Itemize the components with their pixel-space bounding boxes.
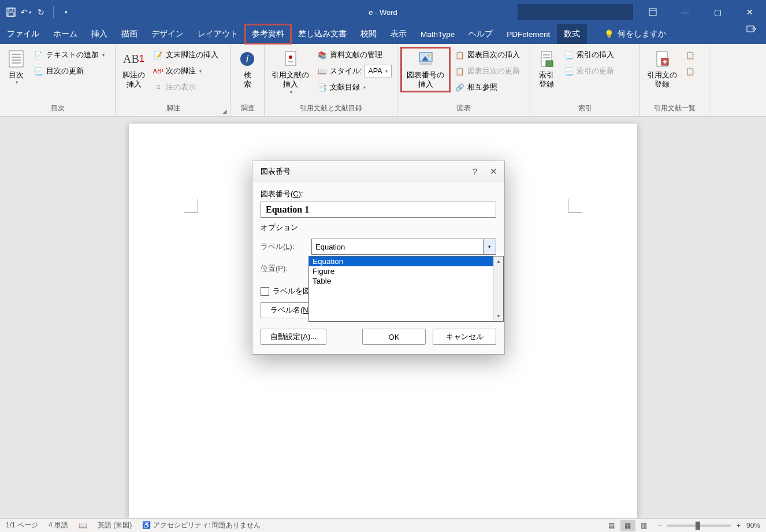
help-icon[interactable]: ? [473, 166, 477, 177]
tab-help[interactable]: ヘルプ [462, 24, 500, 44]
authorities-label: 引用文の 登録 [647, 70, 677, 90]
tab-review[interactable]: 校閲 [354, 24, 384, 44]
margin-mark [568, 199, 582, 213]
scrollbar[interactable]: ▲ ▼ [493, 256, 503, 321]
mark-index-button[interactable]: 索引 登録 [534, 47, 559, 92]
qat-customize-icon[interactable]: ▾ [61, 7, 71, 17]
zoom-thumb[interactable] [696, 522, 700, 530]
close-icon[interactable]: ✕ [490, 166, 497, 177]
spellcheck-icon[interactable]: 📖 [79, 522, 87, 530]
tell-me[interactable]: 💡 何をしますか [604, 24, 666, 44]
zoom-slider[interactable] [667, 524, 731, 527]
tab-draw[interactable]: 描画 [114, 24, 144, 44]
label-combo[interactable]: Equation ▾ [311, 239, 496, 255]
language[interactable]: 英語 (米国) [98, 520, 132, 530]
zoom-level[interactable]: 90% [746, 522, 760, 530]
update-toc-button[interactable]: 📃目次の更新 [31, 64, 107, 79]
group-citation-label: 引用文献と文献目録 [268, 103, 393, 116]
tab-file[interactable]: ファイル [0, 24, 46, 44]
exclude-label-checkbox[interactable] [261, 287, 269, 296]
update-tof-icon: 📋 [455, 66, 465, 76]
share-icon[interactable] [746, 24, 757, 35]
ribbon-display-icon[interactable] [637, 0, 669, 24]
info-icon: i [238, 50, 256, 68]
insert-endnote-button[interactable]: 📝文末脚注の挿入 [151, 47, 221, 62]
mark-citation-button[interactable]: 引用文の 登録 [644, 47, 681, 92]
style-select[interactable]: APA ▾ [364, 65, 392, 77]
tab-mailmerge[interactable]: 差し込み文書 [291, 24, 354, 44]
maximize-icon[interactable]: ▢ [701, 0, 734, 24]
group-authorities-label: 引用文献一覧 [644, 103, 705, 116]
citation-label: 引用文献の 挿入 [272, 70, 309, 90]
bibliography-button[interactable]: 📑文献目録▾ [315, 80, 394, 95]
read-mode-icon[interactable]: ▤ [604, 520, 619, 531]
auto-caption-button[interactable]: 自動設定(A)... [261, 329, 326, 345]
dropdown-item[interactable]: Table [309, 276, 503, 286]
group-caption: 図表番号の 挿入 📋図表目次の挿入 📋図表目次の更新 🔗相互参照 図表 [397, 44, 530, 116]
insert-tof-button[interactable]: 📋図表目次の挿入 [452, 47, 522, 62]
zoom-in-icon[interactable]: + [737, 522, 741, 530]
show-notes-icon: ≡ [153, 82, 163, 92]
dropdown-item[interactable]: Equation [309, 256, 503, 266]
print-layout-icon[interactable]: ▦ [620, 520, 635, 531]
page-number[interactable]: 1/1 ページ [6, 520, 38, 530]
style-row: 📖スタイル: APA ▾ [315, 64, 394, 79]
close-icon[interactable]: ✕ [734, 0, 766, 24]
tab-view[interactable]: 表示 [384, 24, 414, 44]
tab-references[interactable]: 参考資料 [245, 24, 291, 44]
update-toa-icon: 📋 [685, 66, 696, 76]
chevron-down-icon[interactable]: ▾ [483, 239, 496, 254]
dialog-title: 図表番号 [261, 166, 291, 177]
tab-pdfelement[interactable]: PDFelement [500, 24, 557, 44]
group-caption-label: 図表 [401, 103, 526, 116]
undo-icon[interactable]: ↶▾ [21, 7, 31, 17]
tab-home[interactable]: ホーム [46, 24, 84, 44]
insert-caption-button[interactable]: 図表番号の 挿入 [401, 47, 450, 92]
tab-mathtype[interactable]: MathType [414, 24, 462, 44]
crossref-button[interactable]: 🔗相互参照 [452, 80, 522, 95]
svg-point-18 [427, 54, 430, 57]
scroll-up-icon[interactable]: ▲ [494, 256, 503, 266]
cancel-button[interactable]: キャンセル [433, 329, 496, 345]
dropdown-item[interactable]: Figure [309, 266, 503, 276]
tab-design[interactable]: デザイン [144, 24, 191, 44]
manage-sources-button[interactable]: 📚資料文献の管理 [315, 47, 394, 62]
insert-citation-button[interactable]: 引用文献の 挿入▾ [268, 47, 313, 98]
next-footnote-icon: AB¹ [153, 66, 163, 76]
save-icon[interactable] [6, 7, 16, 17]
ok-button[interactable]: OK [362, 329, 426, 345]
scroll-down-icon[interactable]: ▼ [494, 311, 503, 321]
authorities-icon [653, 50, 671, 68]
insert-footnote-button[interactable]: AB1 脚注の 挿入 [119, 47, 148, 92]
tab-layout[interactable]: レイアウト [191, 24, 245, 44]
accessibility[interactable]: ♿ アクセシビリティ: 問題ありません [142, 520, 261, 530]
caption-icon [417, 50, 435, 68]
search-button[interactable]: i 検 索 [235, 47, 260, 92]
minimize-icon[interactable]: — [669, 0, 701, 24]
toc-button[interactable]: 目次 ▾ [3, 47, 29, 88]
add-text-button[interactable]: 📄テキストの追加▾ [31, 47, 107, 62]
svg-point-14 [289, 55, 292, 59]
crossref-icon: 🔗 [455, 82, 465, 92]
caption-input[interactable] [261, 202, 496, 218]
insert-index-icon: 📃 [564, 50, 574, 60]
tof-icon: 📋 [455, 50, 465, 60]
ribbon: 目次 ▾ 📄テキストの追加▾ 📃目次の更新 目次 AB1 脚注の 挿入 📝文末脚… [0, 44, 766, 117]
tab-equation[interactable]: 数式 [557, 24, 587, 44]
group-index: 索引 登録 📃索引の挿入 📃索引の更新 索引 [530, 44, 640, 116]
update-index-icon: 📃 [564, 66, 574, 76]
tab-insert[interactable]: 挿入 [84, 24, 114, 44]
launcher-icon[interactable]: ◢ [222, 108, 227, 114]
index-label: 索引 登録 [539, 70, 554, 90]
titlebar: ↶▾ ↻ ▾ e - Word — ▢ ✕ [0, 0, 766, 24]
insert-index-button[interactable]: 📃索引の挿入 [562, 47, 616, 62]
word-count[interactable]: 4 単語 [49, 520, 68, 530]
next-footnote-button[interactable]: AB¹次の脚注▾ [151, 64, 221, 79]
show-notes-button[interactable]: ≡注の表示 [151, 80, 221, 95]
manage-icon: 📚 [317, 50, 328, 60]
account-area[interactable] [518, 4, 633, 20]
redo-icon[interactable]: ↻ [36, 7, 46, 17]
caption-dialog: 図表番号 ? ✕ 図表番号(C): オプション ラベル(L): Equation… [252, 161, 505, 355]
web-layout-icon[interactable]: ▥ [637, 520, 652, 531]
zoom-out-icon[interactable]: − [657, 522, 661, 530]
